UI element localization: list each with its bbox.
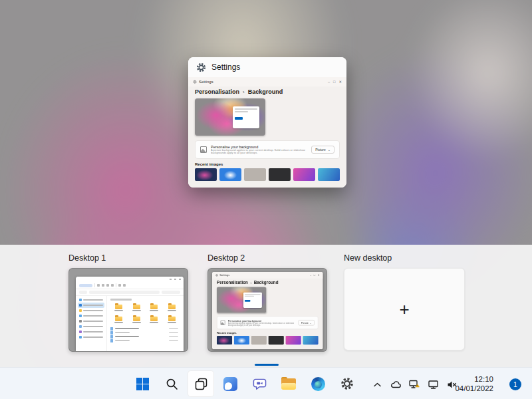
text-placeholder [169,340,178,341]
maximize-icon [174,279,176,280]
plus-icon: + [399,299,409,320]
chat-icon [253,377,267,391]
search-icon [166,378,178,390]
folder-tile [164,303,180,313]
text-placeholder [83,336,103,338]
settings-gear-icon [193,80,197,84]
window-controls: – □ ✕ [310,274,320,277]
ethernet-network-icon [428,380,438,389]
new-desktop-button[interactable]: + [344,268,465,350]
divider [116,283,116,287]
recent-image-thumbnail [318,168,340,181]
settings-titlebar: Settings – □ ✕ [188,77,346,86]
file-explorer-icon [281,378,296,390]
breadcrumb-parent: Personalisation [195,88,239,95]
file-explorer-thumbnail [76,277,184,351]
sidebar-item [78,319,104,324]
text-placeholder [83,310,103,312]
background-type-dropdown: Picture ⌄ [299,320,315,325]
clock-time: 12:10 [455,374,493,384]
explorer-main-pane [107,296,184,351]
onedrive-button[interactable] [390,378,402,390]
settings-window-preview[interactable]: Settings Settings – □ ✕ [188,57,346,188]
onedrive-icon [79,304,82,307]
task-view-icon [195,378,207,390]
folder-icon [133,305,140,309]
folder-icon [168,317,176,321]
text-placeholder [132,322,141,323]
cut-icon [97,284,100,287]
taskbar-clock[interactable]: 12:10 04/01/2022 [455,374,493,393]
settings-body: Personalisation › Background [212,279,323,344]
desktop-icon [79,309,82,312]
document-icon [110,339,113,342]
minimize-icon [170,279,172,280]
document-icon [110,327,113,331]
folder-icon [115,305,122,309]
recent-image-thumbnail [195,168,217,181]
recent-image-thumbnail [293,168,315,181]
minimize-icon: – [328,80,330,84]
widgets-icon [223,377,237,391]
desktop-1-thumbnail[interactable] [68,268,188,352]
text-placeholder [168,322,176,323]
task-view-screen: Settings Settings – □ ✕ [0,0,532,399]
desktop-1-label: Desktop 1 [68,253,188,263]
text-placeholder [115,332,130,333]
windows-logo-icon [136,378,149,390]
maximize-icon: □ [314,274,315,277]
nav-arrows-placeholder [79,291,87,294]
text-placeholder [83,315,103,317]
recent-image-thumbnail [286,336,301,344]
start-button[interactable] [129,370,156,397]
desktop-1[interactable]: Desktop 1 [68,253,188,352]
desktop-2-thumbnail[interactable]: Settings – □ ✕ Personalisation › [207,268,327,352]
settings-button[interactable] [334,370,360,397]
folder-tile [146,303,163,313]
dropdown-value: Picture [301,321,309,324]
folder-tile [164,315,180,325]
widgets-button[interactable] [217,370,243,397]
personalise-description: A picture background applies to your cur… [228,322,296,326]
sidebar-item [78,324,104,329]
notification-badge[interactable]: 1 [509,378,521,390]
settings-titlebar-left: Settings [193,80,213,84]
sidebar-item [78,308,104,313]
preview-header: Settings [188,57,346,77]
file-explorer-button[interactable] [275,370,302,397]
breadcrumb: Personalisation › Background [217,280,319,285]
folder-tile [110,315,127,325]
recent-image-thumbnail [303,336,319,344]
chat-button[interactable] [246,370,273,397]
search-button[interactable] [158,370,185,397]
ethernet-button[interactable] [427,378,439,390]
folder-icon [150,305,158,309]
explorer-sidebar [76,296,107,351]
close-icon: ✕ [338,80,342,84]
folder-front [281,383,296,390]
sidebar-item [78,329,104,334]
divider [94,283,95,287]
close-icon [179,279,181,280]
network-status-button[interactable] [408,378,420,390]
breadcrumb: Personalisation › Background [195,88,340,95]
edge-button[interactable] [305,370,331,397]
desktop-2[interactable]: Desktop 2 Settings [207,253,327,352]
text-placeholder [114,310,123,311]
task-view-button[interactable] [188,370,214,397]
new-desktop[interactable]: New desktop + [344,253,465,350]
text-placeholder [235,108,257,110]
recent-images-row [195,168,340,181]
explorer-toolbar [76,282,184,289]
picture-icon [221,321,225,325]
folder-icon [115,317,122,321]
edge-icon [311,377,325,391]
personalise-background-row: Personalise your background A picture ba… [195,140,340,159]
address-field-placeholder [89,291,160,294]
hidden-icons-button[interactable] [371,378,383,390]
sort-icon [118,284,121,287]
text-placeholder [83,321,103,323]
active-desktop-indicator [255,364,279,366]
text-placeholder [83,299,103,301]
breadcrumb-current: Background [248,88,283,95]
